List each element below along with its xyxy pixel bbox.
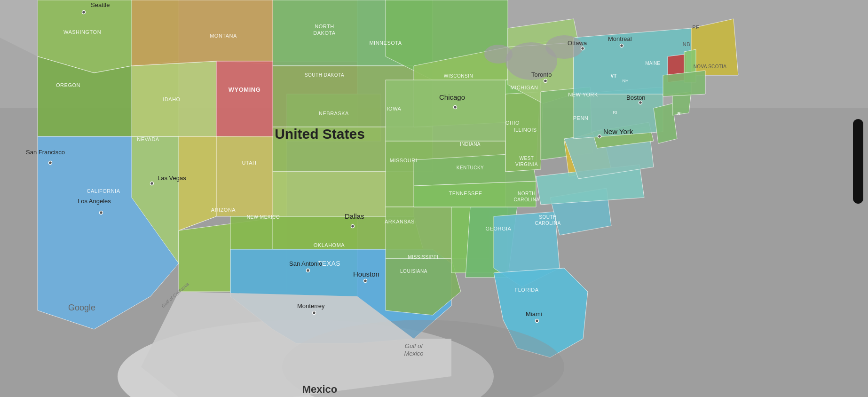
svg-text:CALIFORNIA: CALIFORNIA — [87, 188, 120, 194]
svg-text:Mexico: Mexico — [302, 383, 338, 395]
svg-text:San Antonio: San Antonio — [289, 260, 322, 267]
svg-point-115 — [313, 311, 316, 315]
svg-text:NEVADA: NEVADA — [137, 136, 159, 142]
scroll-indicator[interactable] — [853, 119, 863, 204]
svg-text:Ottawa: Ottawa — [568, 40, 587, 47]
svg-point-107 — [150, 182, 154, 185]
map-svg: WASHINGTON OREGON CALIFORNIA NEVADA IDAH… — [0, 0, 868, 397]
svg-text:MICHIGAN: MICHIGAN — [511, 85, 538, 90]
svg-text:NEW YORK: NEW YORK — [568, 92, 598, 97]
svg-text:NORTH: NORTH — [315, 24, 334, 29]
svg-text:Miami: Miami — [526, 310, 542, 318]
svg-text:NORTH: NORTH — [518, 191, 536, 196]
svg-point-105 — [100, 211, 103, 214]
svg-text:CAROLINA: CAROLINA — [535, 221, 560, 226]
svg-text:LOUISIANA: LOUISIANA — [400, 269, 427, 274]
svg-text:NEW MEXICO: NEW MEXICO — [247, 214, 280, 220]
svg-text:NOVA SCOTIA: NOVA SCOTIA — [694, 64, 726, 69]
svg-text:NB: NB — [683, 41, 690, 47]
svg-point-123 — [536, 319, 539, 323]
svg-point-117 — [454, 106, 457, 109]
svg-text:ARIZONA: ARIZONA — [211, 207, 236, 213]
svg-point-125 — [581, 47, 584, 50]
svg-text:Monterrey: Monterrey — [297, 302, 325, 310]
svg-text:IOWA: IOWA — [387, 106, 402, 111]
svg-point-127 — [620, 44, 623, 48]
svg-text:UTAH: UTAH — [242, 160, 256, 166]
svg-text:WYOMING: WYOMING — [229, 86, 261, 93]
svg-text:SOUTH: SOUTH — [539, 214, 557, 220]
svg-point-113 — [364, 279, 367, 283]
svg-point-119 — [598, 135, 601, 138]
svg-text:United States: United States — [275, 126, 365, 142]
svg-point-103 — [49, 161, 52, 165]
svg-text:VIRGINIA: VIRGINIA — [515, 162, 538, 167]
svg-text:FLORIDA: FLORIDA — [514, 287, 538, 293]
svg-text:TENNESSEE: TENNESSEE — [449, 191, 482, 196]
svg-text:Toronto: Toronto — [531, 71, 552, 78]
svg-text:OREGON: OREGON — [56, 82, 80, 88]
svg-text:RI: RI — [613, 110, 617, 115]
svg-text:ARKANSAS: ARKANSAS — [385, 219, 415, 224]
svg-text:MINNESOTA: MINNESOTA — [369, 40, 402, 46]
svg-text:MAINE: MAINE — [645, 61, 660, 66]
svg-point-129 — [544, 79, 547, 83]
svg-point-121 — [639, 101, 642, 104]
svg-text:MISSOURI: MISSOURI — [390, 158, 417, 163]
svg-text:Dallas: Dallas — [345, 212, 364, 220]
svg-text:KENTUCKY: KENTUCKY — [457, 165, 484, 170]
svg-text:New York: New York — [603, 127, 633, 135]
svg-text:Chicago: Chicago — [439, 93, 465, 101]
svg-text:NH: NH — [623, 79, 629, 83]
svg-text:IDAHO: IDAHO — [163, 96, 180, 102]
svg-text:DAKOTA: DAKOTA — [313, 30, 336, 36]
svg-text:PENN: PENN — [573, 115, 589, 121]
svg-marker-9 — [179, 136, 216, 230]
svg-text:PE: PE — [692, 24, 700, 30]
svg-text:SOUTH DAKOTA: SOUTH DAKOTA — [305, 72, 344, 78]
svg-text:Mexico: Mexico — [404, 350, 423, 357]
svg-text:OKLAHOMA: OKLAHOMA — [314, 242, 345, 248]
svg-text:ILLINOIS: ILLINOIS — [513, 127, 537, 133]
svg-text:WASHINGTON: WASHINGTON — [63, 29, 101, 35]
svg-text:NEBRASKA: NEBRASKA — [319, 111, 349, 116]
svg-text:Los Angeles: Los Angeles — [78, 198, 111, 205]
svg-text:OHIO: OHIO — [505, 120, 520, 126]
svg-text:Las Vegas: Las Vegas — [158, 175, 186, 182]
svg-text:Seattle: Seattle — [91, 1, 110, 8]
svg-text:Boston: Boston — [626, 94, 645, 101]
svg-text:WISCONSIN: WISCONSIN — [444, 73, 473, 79]
svg-text:VT: VT — [611, 73, 617, 79]
svg-text:Montreal: Montreal — [608, 35, 632, 42]
svg-text:MONTANA: MONTANA — [210, 33, 237, 39]
svg-point-53 — [545, 35, 583, 59]
svg-text:San Francisco: San Francisco — [26, 149, 65, 156]
svg-text:MISSISSIPPI: MISSISSIPPI — [408, 254, 439, 260]
svg-text:GEORGIA: GEORGIA — [486, 226, 512, 231]
svg-rect-23 — [386, 80, 508, 141]
svg-text:WEST: WEST — [520, 156, 534, 161]
svg-text:Gulf of: Gulf of — [405, 342, 424, 349]
svg-point-109 — [351, 225, 355, 228]
svg-text:RI: RI — [678, 111, 682, 116]
svg-text:Google: Google — [68, 303, 95, 312]
svg-marker-50 — [663, 71, 705, 96]
svg-point-101 — [82, 11, 86, 14]
svg-point-52 — [484, 45, 513, 64]
svg-text:Houston: Houston — [353, 270, 379, 278]
svg-text:CAROLINA: CAROLINA — [513, 197, 539, 202]
map-container[interactable]: WASHINGTON OREGON CALIFORNIA NEVADA IDAH… — [0, 0, 868, 397]
svg-text:INDIANA: INDIANA — [460, 142, 481, 147]
svg-point-111 — [307, 269, 310, 272]
